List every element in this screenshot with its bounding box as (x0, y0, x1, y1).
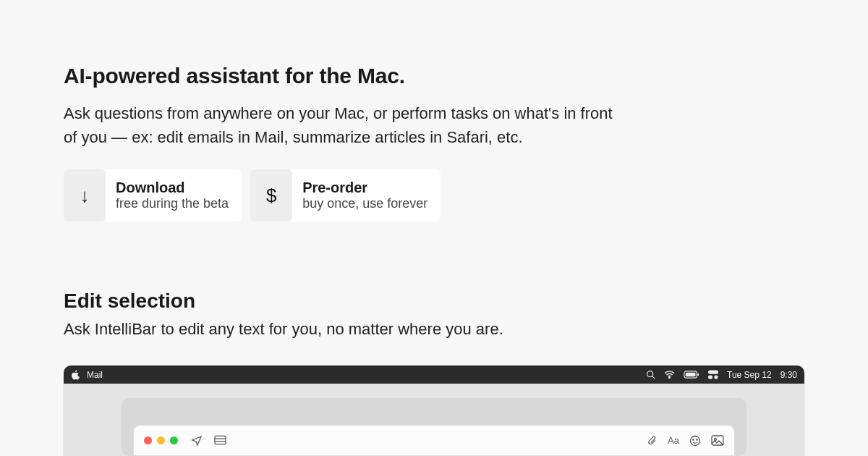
svg-rect-3 (686, 373, 696, 377)
macos-menubar: Mail Tue Sep 12 9:30 (64, 366, 804, 384)
hero-subhead: Ask questions from anywhere on your Mac,… (64, 101, 628, 149)
download-title: Download (116, 180, 229, 196)
download-subtitle: free during the beta (116, 196, 229, 211)
maximize-window-button[interactable] (170, 436, 178, 444)
svg-point-0 (647, 371, 653, 377)
minimize-window-button[interactable] (157, 436, 165, 444)
cta-row: ↓ Download free during the beta $ Pre-or… (64, 169, 868, 221)
attachment-icon[interactable] (647, 435, 658, 447)
menubar-date[interactable]: Tue Sep 12 (727, 370, 772, 380)
section-desc: Ask IntelliBar to edit any text for you,… (64, 320, 868, 339)
svg-point-10 (693, 439, 694, 439)
menubar-app-name[interactable]: Mail (87, 370, 103, 380)
photo-icon[interactable] (711, 435, 724, 446)
svg-point-11 (697, 439, 697, 439)
svg-rect-8 (215, 436, 226, 444)
battery-icon[interactable] (684, 371, 699, 379)
header-fields-icon[interactable] (214, 435, 226, 447)
search-icon[interactable] (646, 370, 655, 379)
format-icon[interactable]: Aa (668, 435, 679, 446)
section-title: Edit selection (64, 290, 868, 313)
menubar-time[interactable]: 9:30 (780, 370, 797, 380)
download-button[interactable]: ↓ Download free during the beta (64, 169, 242, 221)
svg-rect-6 (708, 375, 712, 379)
svg-point-1 (669, 377, 670, 378)
desktop-mockup: Mail Tue Sep 12 9:30 (64, 366, 804, 456)
control-center-icon[interactable] (708, 370, 718, 379)
mail-compose-window: Aa (133, 425, 735, 456)
apple-logo-icon[interactable] (71, 370, 80, 380)
wifi-icon[interactable] (664, 371, 675, 379)
emoji-icon[interactable] (689, 435, 701, 447)
desktop-background: Aa (64, 384, 804, 456)
close-window-button[interactable] (144, 436, 152, 444)
preorder-title: Pre-order (302, 180, 427, 196)
window-traffic-lights (144, 436, 178, 444)
send-icon[interactable] (191, 435, 203, 447)
preorder-subtitle: buy once, use forever (302, 196, 427, 211)
svg-rect-5 (708, 370, 718, 373)
preorder-button[interactable]: $ Pre-order buy once, use forever (250, 169, 441, 221)
hero-headline: AI-powered assistant for the Mac. (64, 64, 868, 88)
svg-point-13 (715, 439, 717, 441)
dollar-icon: $ (250, 169, 292, 221)
svg-rect-4 (697, 373, 699, 376)
download-arrow-icon: ↓ (64, 169, 106, 221)
svg-point-9 (691, 436, 700, 445)
svg-point-7 (714, 375, 718, 379)
